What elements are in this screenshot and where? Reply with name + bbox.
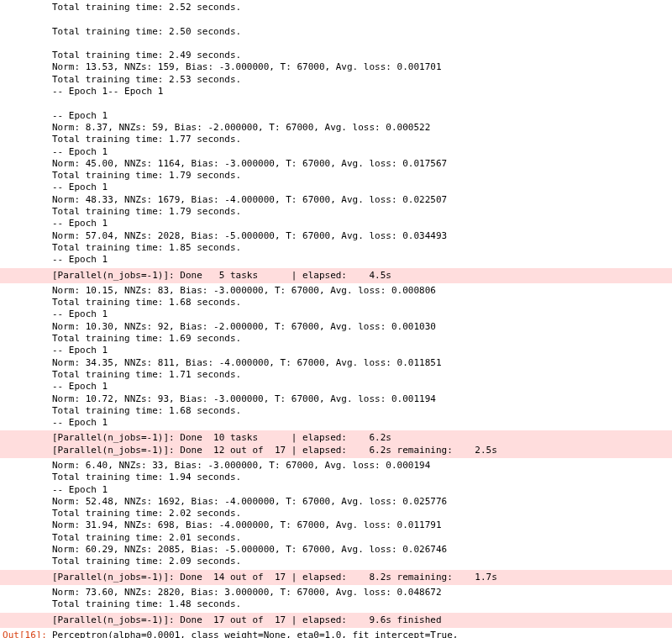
- stdout-block-4: Norm: 6.40, NNZs: 33, Bias: -3.000000, T…: [52, 458, 672, 570]
- stderr-block-3: [Parallel(n_jobs=-1)]: Done 10 tasks | e…: [52, 430, 672, 458]
- stderr-block-5: [Parallel(n_jobs=-1)]: Done 14 out of 17…: [52, 570, 672, 585]
- stream-prompt: [0, 268, 52, 283]
- stream-prompt: [0, 613, 52, 628]
- stdout-block-0: Total training time: 2.52 seconds. Total…: [52, 0, 672, 268]
- stdout-block-2: Norm: 10.15, NNZs: 83, Bias: -3.000000, …: [52, 283, 672, 431]
- stream-prompt: [0, 283, 52, 431]
- stderr-block-7: [Parallel(n_jobs=-1)]: Done 17 out of 17…: [52, 613, 672, 628]
- stream-prompt: [0, 458, 52, 570]
- stream-prompt: [0, 570, 52, 585]
- stdout-block-6: Norm: 73.60, NNZs: 2820, Bias: 3.000000,…: [52, 585, 672, 613]
- stream-prompt: [0, 585, 52, 613]
- stream-prompt: [0, 0, 52, 268]
- output-repr: Perceptron(alpha=0.0001, class_weight=No…: [52, 628, 672, 638]
- stderr-block-1: [Parallel(n_jobs=-1)]: Done 5 tasks | el…: [52, 268, 672, 283]
- output-prompt: Out[16]:: [0, 628, 52, 638]
- stream-prompt: [0, 430, 52, 458]
